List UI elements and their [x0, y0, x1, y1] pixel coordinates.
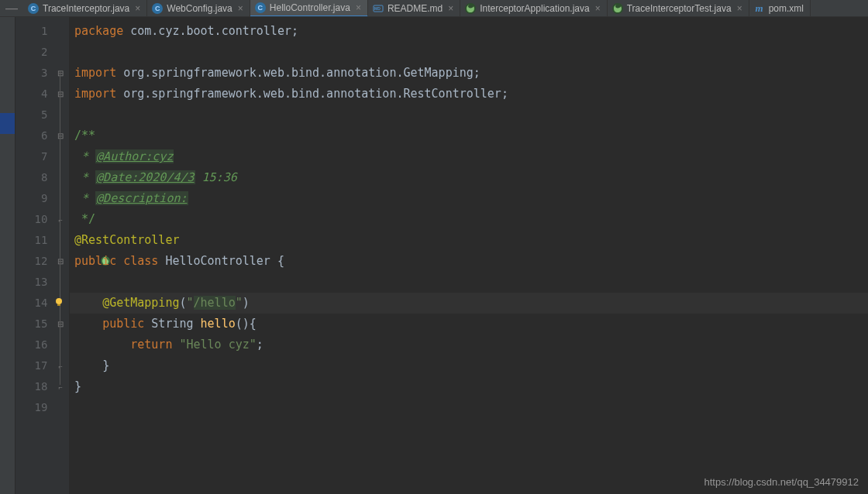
spring-icon [465, 3, 476, 14]
tab-label: pom.xml [769, 3, 804, 14]
doc-author-tag: @Author:cyz [95, 149, 174, 163]
tab-label: TraceInterceptor.java [43, 3, 129, 14]
line-numbers: 1 2 3 4 5 6 7 8 9 10 11 12 13 14 15 16 1… [16, 17, 52, 494]
tab-interceptor-app[interactable]: InterceptorApplication.java × [460, 0, 607, 17]
svg-rect-4 [57, 304, 60, 306]
method-name: hello [201, 317, 236, 331]
line-number: 2 [16, 42, 52, 63]
rest-controller-annotation: @RestController [74, 233, 179, 247]
line-number: 15 [16, 314, 52, 334]
line-number: 13 [16, 272, 52, 293]
line-number: 11 [16, 230, 52, 251]
close-icon[interactable]: × [356, 2, 361, 13]
java-class-icon: C [28, 3, 39, 14]
line-number: 10 [16, 209, 52, 230]
svg-text:MD: MD [374, 6, 381, 11]
close-icon[interactable]: × [595, 3, 601, 14]
svg-point-3 [56, 298, 62, 304]
tab-web-config[interactable]: C WebConfig.java × [147, 0, 250, 17]
close-icon[interactable]: × [135, 3, 140, 14]
modification-marker [0, 113, 15, 134]
fold-column: ⊟ ⊟ ⊟ ⌐ ⊟ ⊟ ⌐ ⌐ [52, 17, 69, 494]
tab-label: InterceptorApplication.java [480, 3, 589, 14]
tab-label: WebConfig.java [167, 3, 232, 14]
line-number: 17 [16, 355, 52, 376]
java-class-icon: C [152, 3, 163, 14]
line-number: 6 [16, 125, 52, 146]
editor-tabbar: — C TraceInterceptor.java × C WebConfig.… [0, 0, 868, 17]
kw-package: package [74, 24, 123, 38]
toolbar-minimize-icon[interactable]: — [0, 2, 23, 15]
code-editor[interactable]: package com.cyz.boot.controller; import … [70, 17, 868, 494]
close-icon[interactable]: × [238, 3, 243, 14]
ide-root: — C TraceInterceptor.java × C WebConfig.… [0, 0, 868, 494]
tab-label: HelloController.java [270, 2, 350, 13]
tab-trace-interceptor[interactable]: C TraceInterceptor.java × [23, 0, 147, 17]
watermark-text: https://blog.csdn.net/qq_34479912 [704, 476, 859, 488]
line-number: 5 [16, 105, 52, 125]
line-number: 3 [16, 63, 52, 84]
line-number: 4 [16, 84, 52, 105]
left-gutter-strip [0, 17, 16, 494]
get-mapping-annotation: @GetMapping [102, 296, 179, 310]
tab-label: README.md [388, 3, 443, 14]
doc-date-tag: @Date:2020/4/3 [95, 170, 195, 184]
markdown-icon: MD [373, 3, 384, 14]
maven-icon: m [754, 3, 765, 14]
line-number: 12 [16, 251, 52, 272]
class-name: HelloController [165, 254, 270, 268]
tab-hello-controller[interactable]: C HelloController.java × [250, 0, 368, 17]
line-number: 16 [16, 334, 52, 355]
gutter: 1 2 3 4 5 6 7 8 9 10 11 12 13 14 15 16 1… [16, 17, 70, 494]
line-number: 18 [16, 376, 52, 397]
line-number: 7 [16, 146, 52, 167]
close-icon[interactable]: × [448, 3, 453, 14]
line-number: 19 [16, 397, 52, 418]
spring-icon [612, 3, 623, 14]
intention-bulb-icon[interactable] [54, 297, 64, 307]
line-number: 14 [16, 293, 52, 314]
line-number: 9 [16, 188, 52, 209]
tab-readme[interactable]: MD README.md × [368, 0, 460, 17]
doc-description-tag: @Description: [95, 191, 188, 205]
line-number: 1 [16, 21, 52, 42]
kw-import: import [74, 87, 116, 101]
close-icon[interactable]: × [737, 3, 742, 14]
editor-body: 1 2 3 4 5 6 7 8 9 10 11 12 13 14 15 16 1… [0, 17, 868, 494]
kw-import: import [74, 66, 116, 80]
line-number: 8 [16, 167, 52, 188]
tab-pom-xml[interactable]: m pom.xml [749, 0, 811, 17]
tab-label: TraceInterceptorTest.java [627, 3, 732, 14]
java-class-icon: C [255, 2, 266, 13]
tab-trace-interceptor-test[interactable]: TraceInterceptorTest.java × [608, 0, 749, 17]
package-name: com.cyz.boot.controller [130, 24, 291, 38]
current-line: @GetMapping("/hello") [70, 293, 868, 314]
